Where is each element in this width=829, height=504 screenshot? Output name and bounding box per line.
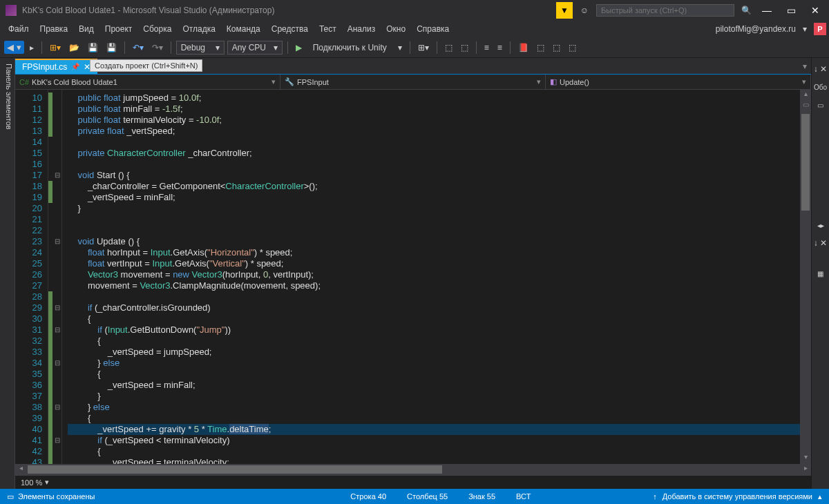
menu-отладка[interactable]: Отладка	[177, 22, 220, 36]
panel-icon-1[interactable]: ▭	[812, 97, 829, 113]
status-bar: ▭ Элементы сохранены Строка 40 Столбец 5…	[0, 489, 829, 504]
vs-logo-icon	[6, 5, 17, 16]
notification-flag-icon[interactable]: ▼	[556, 2, 573, 19]
panel-icon-2[interactable]: ◂▸	[812, 217, 829, 233]
status-line: 40	[378, 492, 386, 501]
search-icon[interactable]: 🔍	[741, 6, 751, 15]
toolbar-icon-4[interactable]: ⬚	[534, 41, 547, 54]
attach-unity-button[interactable]: Подключить к Unity	[307, 41, 392, 54]
class-dropdown[interactable]: 🔧 FPSInput ▾	[280, 75, 546, 89]
zoom-bar: 100 % ▾	[15, 475, 811, 489]
menu-анализ[interactable]: Анализ	[342, 22, 381, 36]
scroll-thumb[interactable]	[801, 114, 810, 211]
chevron-down-icon: ▾	[802, 77, 806, 86]
account-area[interactable]: pilotofMig@yandex.ru ▾ P	[716, 23, 826, 35]
menu-тест[interactable]: Тест	[314, 22, 342, 36]
tab-filename: FPSInput.cs	[22, 62, 67, 72]
menu-bar: ФайлПравкаВидПроектСборкаОтладкаКомандаС…	[0, 21, 829, 37]
csharp-icon: C#	[19, 78, 29, 86]
code-editor[interactable]: 1011121314151617181920212223242526272829…	[15, 90, 811, 464]
redo-icon[interactable]: ↷▾	[149, 41, 166, 54]
project-dropdown[interactable]: C# KbK's Cold Blood Udate1 ▾	[15, 75, 280, 89]
code-content[interactable]: public float jumpSpeed = 10.0f; public f…	[62, 90, 800, 464]
play-icon[interactable]: ▶	[293, 41, 305, 54]
save-status-icon: ▭	[7, 492, 14, 501]
menu-вид[interactable]: Вид	[73, 22, 99, 36]
toolbar-icon-1[interactable]: ⊞▾	[415, 41, 432, 54]
vertical-scrollbar[interactable]: ▴ ▭ ▾	[800, 90, 811, 464]
account-badge[interactable]: P	[814, 23, 826, 35]
menu-окно[interactable]: Окно	[381, 22, 411, 36]
panel-close-icon-2[interactable]: ↓ ✕	[812, 235, 829, 251]
maximize-button[interactable]: ▭	[783, 5, 800, 16]
zoom-dropdown-icon[interactable]: ▾	[45, 478, 49, 487]
horizontal-scrollbar[interactable]: ◂ ▸	[15, 464, 811, 475]
scroll-down-icon[interactable]: ▾	[800, 453, 811, 464]
save-status-text: Элементы сохранены	[18, 492, 95, 501]
chevron-down-icon[interactable]: ▾	[800, 24, 810, 34]
account-email: pilotofMig@yandex.ru	[716, 24, 796, 34]
insert-mode[interactable]: ВСТ	[516, 492, 531, 501]
window-title: KbK's Cold Blood Udate1 - Microsoft Visu…	[22, 6, 556, 15]
publish-icon[interactable]: ↑	[653, 492, 657, 501]
new-project-icon[interactable]: ⊞▾	[47, 41, 64, 54]
right-panel-tabs: ↓ ✕ Обо ▭ ◂▸ ↓ ✕ ▦	[811, 58, 829, 489]
menu-команда[interactable]: Команда	[221, 22, 266, 36]
close-button[interactable]: ✕	[807, 5, 823, 16]
tooltip: Создать проект (Ctrl+Shift+N)	[90, 59, 202, 72]
panel-icon-3[interactable]: ▦	[812, 265, 829, 282]
undo-icon[interactable]: ↶▾	[130, 41, 146, 54]
menu-файл[interactable]: Файл	[3, 22, 35, 36]
menu-items: ФайлПравкаВидПроектСборкаОтладкаКомандаС…	[3, 22, 455, 36]
tab-overflow-icon[interactable]: ▾	[799, 61, 811, 71]
minimize-button[interactable]: —	[758, 5, 776, 16]
toolbar-icon-6[interactable]: ⬚	[566, 41, 579, 54]
platform-dropdown[interactable]: Any CPU▾	[227, 41, 283, 55]
nav-back-button[interactable]: ◀ ▾	[4, 41, 24, 54]
fold-gutter[interactable]: ⊟⊟⊟⊟⊟⊟⊟	[53, 90, 62, 464]
save-icon[interactable]: 💾	[85, 41, 101, 54]
main-toolbar: ◀ ▾ ▸ ⊞▾ 📂 💾 💾 ↶▾ ↷▾ Debug▾ Any CPU▾ ▶ П…	[0, 37, 829, 58]
source-control-link[interactable]: Добавить в систему управления версиями	[663, 492, 812, 501]
zoom-level[interactable]: 100 %	[21, 478, 42, 487]
toolbar-icon-3[interactable]: ⬚	[458, 41, 471, 54]
toolbar-icon-5[interactable]: ⬚	[550, 41, 563, 54]
feedback-icon[interactable]: ☺	[580, 6, 589, 15]
menu-справка[interactable]: Справка	[411, 22, 455, 36]
scroll-thumb-h[interactable]	[28, 465, 442, 474]
bookmark-icon[interactable]: 📕	[515, 41, 531, 54]
menu-правка[interactable]: Правка	[35, 22, 74, 36]
method-icon: ◧	[550, 77, 557, 86]
menu-проект[interactable]: Проект	[99, 22, 138, 36]
outdent-icon[interactable]: ≡	[482, 41, 492, 54]
chevron-down-icon: ▾	[271, 77, 276, 86]
class-icon: 🔧	[285, 77, 294, 86]
chevron-down-icon: ▾	[537, 77, 541, 86]
scroll-right-icon[interactable]: ▸	[800, 464, 811, 475]
line-number-gutter: 1011121314151617181920212223242526272829…	[15, 90, 48, 464]
open-file-icon[interactable]: 📂	[66, 41, 82, 54]
split-icon[interactable]: ▭	[800, 101, 811, 110]
solution-explorer-tab[interactable]: Обо	[812, 79, 829, 95]
editor-tabs: FPSInput.cs 📌 ✕ Создать проект (Ctrl+Shi…	[15, 58, 811, 75]
save-all-icon[interactable]: 💾	[104, 41, 120, 54]
indent-icon[interactable]: ≡	[495, 41, 505, 54]
file-tab[interactable]: FPSInput.cs 📌 ✕	[15, 59, 97, 74]
status-col: 55	[439, 492, 448, 501]
toolbox-panel-tab[interactable]: Панель элементов	[0, 58, 15, 489]
scroll-up-icon[interactable]: ▴	[800, 90, 811, 101]
member-dropdown[interactable]: ◧ Update() ▾	[546, 75, 811, 89]
scroll-left-icon[interactable]: ◂	[15, 464, 26, 475]
status-char: 55	[487, 492, 495, 501]
menu-сборка[interactable]: Сборка	[137, 22, 177, 36]
panel-close-icon[interactable]: ↓ ✕	[812, 61, 829, 77]
quick-launch-input[interactable]	[596, 4, 734, 17]
title-bar: KbK's Cold Blood Udate1 - Microsoft Visu…	[0, 0, 829, 21]
chevron-up-icon[interactable]: ▴	[818, 492, 822, 501]
toolbar-icon-2[interactable]: ⬚	[442, 41, 455, 54]
attach-dropdown-icon[interactable]: ▾	[395, 41, 405, 54]
menu-средства[interactable]: Средства	[266, 22, 314, 36]
config-dropdown[interactable]: Debug▾	[176, 41, 225, 55]
nav-forward-button[interactable]: ▸	[27, 41, 37, 54]
tab-pin-icon[interactable]: 📌	[71, 63, 79, 70]
